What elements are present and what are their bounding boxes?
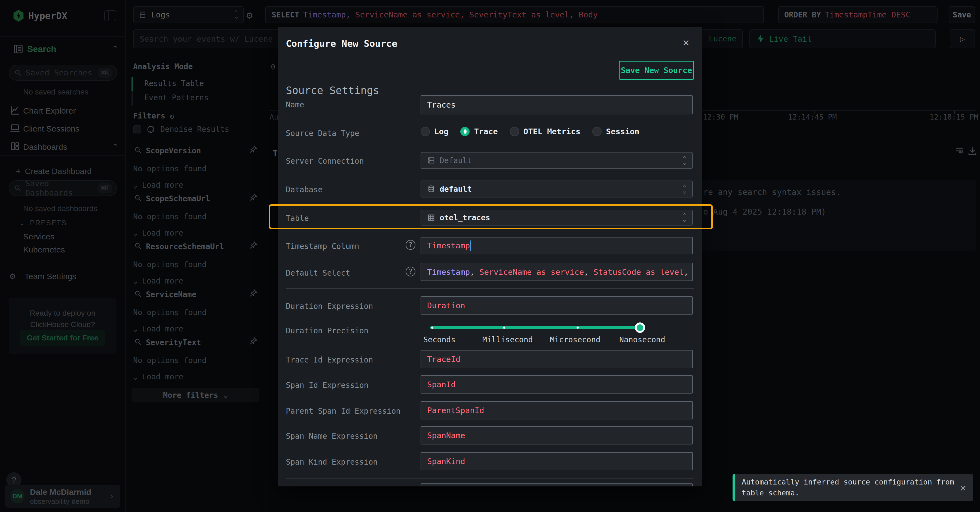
parent-span-id-input[interactable]: ParentSpanId [421, 401, 693, 419]
slider-option-millisecond[interactable]: Millisecond [482, 335, 533, 344]
token: , [684, 268, 693, 277]
radio-circle[interactable] [592, 127, 601, 136]
span-kind-input[interactable]: SpanKind [421, 452, 693, 471]
radio-circle-selected[interactable] [460, 127, 469, 136]
trace-id-input[interactable]: TraceId [421, 350, 693, 368]
radio-session[interactable]: Session [592, 127, 639, 136]
section-title: Source Settings [286, 85, 379, 96]
source-data-type-label: Source Data Type [286, 129, 360, 138]
text-cursor [470, 241, 471, 251]
toast-accent-bar [733, 474, 735, 501]
slider-thumb[interactable] [635, 322, 645, 333]
trace-id-label: Trace Id Expression [286, 356, 373, 364]
clipped-bottom-input[interactable] [421, 483, 693, 486]
database-label: Database [286, 185, 323, 194]
span-kind-label: Span Kind Expression [286, 458, 377, 467]
name-input[interactable]: Traces [421, 95, 693, 114]
name-label: Name [286, 100, 304, 109]
divider [286, 478, 694, 479]
default-select-label: Default Select [286, 268, 350, 278]
duration-expression-input[interactable]: Duration [421, 296, 693, 314]
modal-title: Configure New Source [286, 38, 397, 49]
database-select[interactable]: default ⌃⌄ [421, 180, 693, 198]
radio-trace[interactable]: Trace [460, 127, 498, 136]
close-icon[interactable]: ✕ [683, 36, 689, 48]
app-root: HyperDX Search ⌃ Saved Searches ⌘K No sa… [0, 0, 980, 512]
trace-id-value: TraceId [427, 354, 460, 364]
default-select-input[interactable]: Timestamp, ServiceName as service, Statu… [421, 263, 693, 281]
span-kind-value: SpanKind [427, 457, 465, 466]
token: StatusCode as level [593, 268, 684, 277]
token: Timestamp [427, 268, 470, 277]
database-icon [427, 185, 435, 193]
timestamp-column-value: Timestamp [427, 241, 470, 250]
slider-option-seconds[interactable]: Seconds [423, 335, 455, 344]
save-new-source-label: Save New Source [621, 65, 692, 75]
source-data-type-radios: Log Trace OTEL Metrics Session [421, 127, 639, 136]
timestamp-column-label: Timestamp Column [286, 242, 360, 251]
slider-option-microsecond[interactable]: Microsecond [550, 335, 600, 344]
radio-label: Log [434, 127, 449, 136]
close-icon[interactable]: ✕ [960, 482, 966, 493]
toast-notification[interactable]: Automatically inferred source configurat… [733, 474, 973, 501]
span-id-value: SpanId [427, 380, 456, 389]
span-name-value: SpanName [427, 431, 465, 440]
radio-circle[interactable] [510, 127, 519, 136]
parent-span-id-value: ParentSpanId [427, 406, 484, 415]
select-chevrons-icon: ⌃⌄ [683, 156, 686, 164]
timestamp-column-input[interactable]: Timestamp [421, 237, 693, 254]
duration-expression-value: Duration [427, 301, 465, 310]
toast-message: Automatically inferred source configurat… [735, 477, 960, 498]
radio-circle[interactable] [421, 127, 430, 136]
radio-otel-metrics[interactable]: OTEL Metrics [510, 127, 581, 136]
database-value: default [440, 185, 472, 194]
span-name-label: Span Name Expression [286, 432, 377, 441]
token: , [584, 268, 593, 277]
slider-tick[interactable] [503, 327, 505, 329]
slider-tick[interactable] [431, 327, 433, 329]
duration-precision-label: Duration Precision [286, 326, 368, 335]
radio-label: OTEL Metrics [523, 127, 581, 136]
span-id-input[interactable]: SpanId [421, 375, 693, 394]
name-value: Traces [427, 100, 456, 110]
table-row-highlight-ring [269, 204, 713, 229]
select-chevrons-icon: ⌃⌄ [683, 185, 686, 193]
radio-label: Session [606, 127, 639, 136]
server-connection-select[interactable]: Default ⌃⌄ [421, 152, 693, 169]
configure-source-modal: Configure New Source ✕ Source Settings S… [278, 27, 702, 486]
radio-log[interactable]: Log [421, 127, 449, 136]
server-connection-value: Default [440, 156, 472, 165]
token: , [470, 268, 479, 277]
parent-span-id-label: Parent Span Id Expression [286, 407, 401, 416]
help-circle-icon[interactable]: ? [406, 266, 415, 276]
span-id-label: Span Id Expression [286, 381, 368, 390]
server-icon [427, 156, 435, 164]
server-connection-label: Server Connection [286, 156, 364, 166]
help-circle-icon[interactable]: ? [406, 240, 415, 250]
token: ServiceName as service [479, 268, 584, 277]
radio-label: Trace [474, 127, 498, 136]
divider [286, 289, 694, 289]
slider-option-nanosecond[interactable]: Nanosecond [619, 335, 665, 344]
duration-expression-label: Duration Expression [286, 302, 373, 311]
slider-tick[interactable] [577, 327, 579, 329]
duration-precision-slider[interactable] [430, 326, 641, 329]
save-new-source-button[interactable]: Save New Source [619, 61, 694, 80]
span-name-input[interactable]: SpanName [421, 426, 693, 445]
